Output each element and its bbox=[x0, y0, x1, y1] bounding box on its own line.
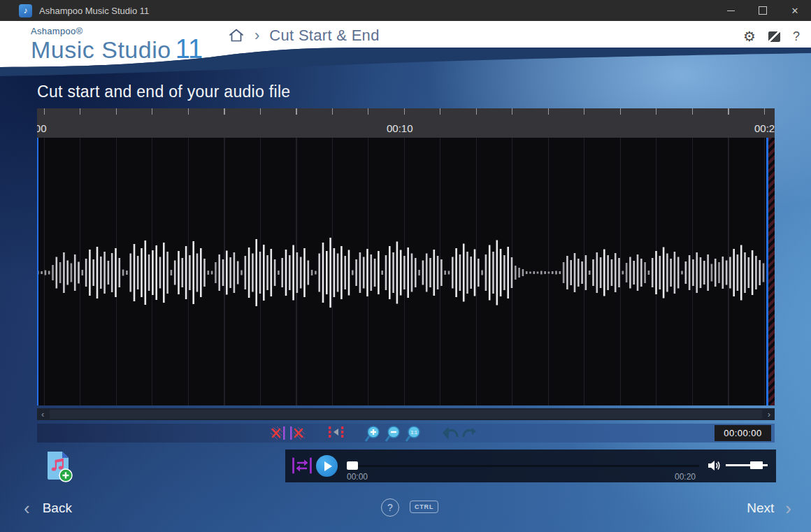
waveform bbox=[37, 138, 766, 405]
play-icon bbox=[324, 461, 332, 471]
minimize-button[interactable] bbox=[715, 0, 747, 21]
close-icon: ✕ bbox=[791, 6, 799, 16]
svg-text:1:1: 1:1 bbox=[410, 430, 417, 435]
maximize-button[interactable] bbox=[747, 0, 779, 21]
breadcrumb-current: Cut Start & End bbox=[269, 27, 379, 45]
cut-start-marker[interactable] bbox=[37, 138, 38, 405]
horizontal-scrollbar[interactable]: ‹ › bbox=[37, 408, 775, 420]
zoom-in-button[interactable] bbox=[364, 426, 381, 443]
back-label: Back bbox=[43, 501, 72, 516]
volume-icon[interactable] bbox=[707, 459, 722, 473]
seek-track[interactable] bbox=[348, 465, 699, 467]
maximize-icon bbox=[759, 6, 767, 15]
page-title: Cut start and end of your audio file bbox=[37, 82, 290, 101]
window-title: Ashampoo Music Studio 11 bbox=[39, 6, 715, 16]
total-duration: 00:20 bbox=[675, 472, 696, 482]
breadcrumb: › Cut Start & End bbox=[228, 27, 380, 45]
ruler-label: 00:10 bbox=[387, 122, 413, 134]
timeline-ruler[interactable]: 00:00 00:10 00:20 bbox=[37, 108, 775, 138]
waveform-canvas[interactable] bbox=[37, 138, 775, 405]
logo-product-text: Music Studio bbox=[31, 36, 171, 63]
next-label: Next bbox=[747, 501, 774, 516]
help-question-icon: ? bbox=[387, 502, 393, 513]
scroll-left-icon[interactable]: ‹ bbox=[37, 408, 48, 420]
undo-button[interactable] bbox=[443, 426, 459, 440]
app-logo: Ashampoo® Music Studio11 bbox=[31, 27, 203, 62]
settings-gear-icon[interactable]: ⚙ bbox=[743, 28, 756, 45]
cut-before-marker-button[interactable] bbox=[271, 426, 287, 440]
loop-icon[interactable] bbox=[292, 456, 312, 475]
play-button[interactable] bbox=[316, 455, 338, 477]
ctrl-shortcut-badge: CTRL bbox=[410, 501, 438, 513]
cut-end-hatch-region bbox=[768, 138, 775, 405]
scroll-right-icon[interactable]: › bbox=[763, 408, 775, 420]
ruler-ticks bbox=[44, 108, 775, 115]
next-chevron-icon: › bbox=[785, 498, 791, 519]
redo-button[interactable] bbox=[461, 426, 478, 440]
cursor-time-display: 00:00:00 bbox=[715, 425, 771, 441]
zoom-reset-button[interactable]: 1:1 bbox=[405, 426, 422, 443]
home-icon[interactable] bbox=[228, 27, 245, 44]
app-logo-icon: ♪ bbox=[19, 4, 32, 17]
next-button[interactable]: Next › bbox=[747, 498, 791, 519]
logo-version-text: 11 bbox=[175, 34, 203, 64]
feedback-icon[interactable] bbox=[768, 31, 780, 42]
ruler-label: 00:00 bbox=[37, 122, 47, 134]
zoom-out-button[interactable] bbox=[385, 426, 401, 443]
cut-after-marker-button[interactable] bbox=[289, 426, 305, 440]
elapsed-time: 00:00 bbox=[347, 472, 368, 482]
scrollbar-thumb[interactable] bbox=[50, 410, 761, 419]
add-audio-file-button[interactable] bbox=[43, 449, 74, 482]
titlebar: ♪ Ashampoo Music Studio 11 ✕ bbox=[0, 0, 811, 21]
help-circle-button[interactable]: ? bbox=[381, 498, 399, 517]
app-window: ♪ Ashampoo Music Studio 11 ✕ Ashampoo® M… bbox=[0, 0, 811, 532]
breadcrumb-chevron-icon: › bbox=[254, 27, 259, 45]
player-bar: 00:00 00:20 bbox=[285, 450, 776, 482]
ruler-label: 00:20 bbox=[754, 122, 775, 134]
back-chevron-icon: ‹ bbox=[24, 498, 30, 519]
close-button[interactable]: ✕ bbox=[779, 0, 811, 21]
back-button[interactable]: ‹ Back bbox=[24, 498, 72, 519]
minimize-icon bbox=[727, 10, 735, 11]
help-icon[interactable]: ? bbox=[793, 29, 800, 44]
volume-handle[interactable] bbox=[750, 461, 763, 469]
seek-handle[interactable] bbox=[347, 461, 358, 470]
edit-toolbar: 1:1 00:00:00 bbox=[37, 424, 775, 443]
fade-markers-button[interactable] bbox=[326, 426, 346, 440]
